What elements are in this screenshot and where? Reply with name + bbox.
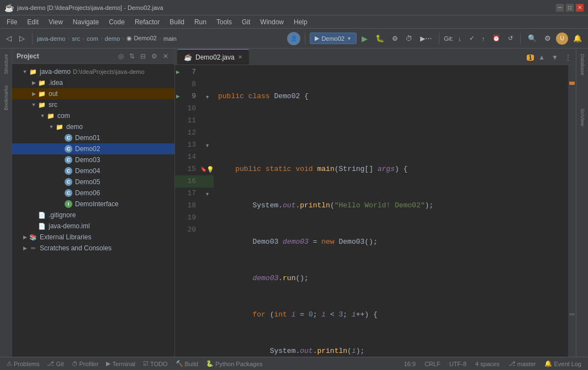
- search-everywhere-button[interactable]: 🔍: [525, 33, 539, 44]
- tree-item-demo[interactable]: ▼ 📁 demo: [12, 121, 174, 132]
- menu-build[interactable]: Build: [165, 17, 189, 27]
- tree-item-scratches[interactable]: ▶ ✏ Scratches and Consoles: [12, 243, 174, 254]
- bookmarks-tab[interactable]: Bookmarks: [1, 80, 11, 116]
- run-with-button[interactable]: ▶⋯: [417, 33, 435, 44]
- expand-warnings-button[interactable]: ▼: [549, 52, 560, 62]
- python-packages-status[interactable]: 🐍 Python Packages: [204, 360, 265, 367]
- tree-item-demo01[interactable]: C Demo01: [12, 132, 174, 143]
- tab-close-button[interactable]: ✕: [238, 54, 242, 60]
- tree-item-idea[interactable]: ▶ 📁 .idea: [12, 77, 174, 88]
- gutter-19: [200, 212, 214, 224]
- demo03-class-icon: C: [64, 155, 73, 164]
- run-configuration-selector[interactable]: ▶ Demo02 ▼: [310, 33, 357, 44]
- restore-button[interactable]: □: [566, 4, 574, 12]
- tree-label-demo03: Demo03: [75, 156, 100, 164]
- tree-item-gitignore[interactable]: 📄 .gitignore: [12, 210, 174, 221]
- tree-item-demo06[interactable]: C Demo06: [12, 187, 174, 199]
- panel-expand-button[interactable]: ⇅: [128, 52, 136, 61]
- tree-item-external-libs[interactable]: ▶ 📚 External Libraries: [12, 232, 174, 243]
- git-revert-button[interactable]: ↺: [505, 33, 516, 44]
- coverage-button[interactable]: ⚙: [389, 33, 401, 44]
- run-config-arrow: ▼: [347, 36, 352, 41]
- encoding[interactable]: UTF-8: [447, 361, 469, 367]
- panel-collapse-button[interactable]: ⊟: [139, 52, 147, 61]
- git-push-button[interactable]: ↑: [479, 34, 488, 44]
- menu-refactor[interactable]: Refactor: [130, 17, 164, 27]
- tree-item-src[interactable]: ▼ 📁 src: [12, 99, 174, 110]
- tree-item-demo02[interactable]: C Demo02: [12, 143, 174, 154]
- tree-item-demo05[interactable]: C Demo05: [12, 176, 174, 187]
- menu-edit[interactable]: Edit: [23, 17, 43, 27]
- build-status[interactable]: 🔨 Build: [173, 360, 200, 367]
- debug-button[interactable]: 🐛: [373, 33, 387, 44]
- menu-code[interactable]: Code: [104, 17, 129, 27]
- editor-settings-button[interactable]: ⋮: [563, 52, 574, 62]
- editor-scrollbar[interactable]: [568, 65, 576, 357]
- notifications-button[interactable]: 🔔: [570, 33, 585, 44]
- code-line-10: System.out.println("Hello World! Demo02"…: [218, 200, 568, 212]
- user-avatar-button[interactable]: 👤: [287, 32, 300, 45]
- todo-status[interactable]: ☑ TODO: [141, 360, 170, 367]
- minimize-button[interactable]: ─: [556, 4, 564, 12]
- indent[interactable]: 4 spaces: [473, 361, 502, 367]
- menu-tools[interactable]: Tools: [212, 17, 236, 27]
- editor-tab-bar: ☕ Demo02.java ✕ 1 ▲ ▼ ⋮: [175, 49, 576, 65]
- project-nav-forward[interactable]: ▷: [17, 33, 28, 44]
- menu-view[interactable]: View: [44, 17, 67, 27]
- menu-help[interactable]: Help: [289, 17, 312, 27]
- breadcrumb-demo[interactable]: demo: [105, 35, 120, 42]
- code-content[interactable]: public class Demo02 { public static void…: [214, 65, 568, 357]
- menu-git[interactable]: Git: [237, 17, 255, 27]
- breadcrumb-demo02[interactable]: ◉ Demo02: [126, 35, 157, 42]
- event-log-status[interactable]: 🔔 Event Log: [542, 360, 584, 367]
- git-history-button[interactable]: ⏰: [490, 33, 503, 44]
- project-nav-back[interactable]: ◁: [3, 33, 14, 44]
- idea-folder-icon: 📁: [38, 78, 46, 87]
- line-ending[interactable]: CRLF: [422, 361, 443, 367]
- panel-locate-button[interactable]: ◎: [116, 52, 125, 61]
- toolbar-separator-1: [32, 33, 33, 45]
- menu-window[interactable]: Window: [256, 17, 288, 27]
- problems-status[interactable]: ⚠ Problems: [4, 360, 41, 367]
- user-avatar[interactable]: U: [556, 33, 568, 45]
- sciview-tab[interactable]: SciView: [578, 103, 587, 132]
- database-tab[interactable]: Database: [578, 49, 587, 81]
- tree-item-java-demo[interactable]: ▼ 📁 java-demo D:\IdeaProjects\java-demo: [12, 66, 174, 77]
- tree-item-demointerface[interactable]: I DemoInterface: [12, 199, 174, 210]
- git-icon: ⎇: [47, 360, 54, 367]
- bulb-icon-15[interactable]: 💡: [206, 166, 214, 173]
- tree-item-iml[interactable]: 📄 java-demo.iml: [12, 221, 174, 232]
- collapse-warnings-button[interactable]: ▲: [536, 52, 547, 62]
- run-button[interactable]: ▶: [359, 33, 370, 45]
- breadcrumb-project[interactable]: java-demo: [37, 35, 65, 42]
- panel-close-button[interactable]: ✕: [161, 52, 170, 61]
- profiler-label: Profiler: [80, 361, 99, 367]
- tree-item-com[interactable]: ▼ 📁 com: [12, 110, 174, 121]
- build-label: Build: [185, 361, 198, 367]
- code-editor[interactable]: ▶ 7 8 ▶ 9 10 11 12 13 14 15 16 17 18 19 …: [175, 65, 576, 357]
- tree-item-demo04[interactable]: C Demo04: [12, 165, 174, 176]
- tree-item-out[interactable]: ▶ 📁 out: [12, 88, 174, 99]
- breadcrumb-main[interactable]: main: [163, 35, 177, 42]
- menu-navigate[interactable]: Navigate: [68, 17, 103, 27]
- tree-label-demo05: Demo05: [75, 178, 100, 186]
- profiler-status[interactable]: ⏱ Profiler: [70, 361, 101, 367]
- menu-run[interactable]: Run: [190, 17, 211, 27]
- menu-file[interactable]: File: [2, 17, 22, 27]
- settings-button[interactable]: ⚙: [542, 33, 554, 44]
- structure-tab[interactable]: Structure: [1, 49, 11, 80]
- git-commit-button[interactable]: ✓: [467, 33, 477, 44]
- vcs-branch[interactable]: ⎇ master: [506, 360, 538, 367]
- close-button[interactable]: ✕: [576, 4, 584, 12]
- todo-icon: ☑: [143, 360, 149, 367]
- profile-button[interactable]: ⏱: [403, 33, 415, 44]
- breadcrumb-src[interactable]: src: [72, 35, 80, 42]
- editor-tab-demo02[interactable]: ☕ Demo02.java ✕: [177, 49, 249, 65]
- cursor-position[interactable]: 16:9: [401, 361, 417, 367]
- panel-settings-button[interactable]: ⚙: [150, 52, 159, 61]
- terminal-status[interactable]: ▶ Terminal: [104, 360, 137, 367]
- tree-item-demo03[interactable]: C Demo03: [12, 154, 174, 165]
- breadcrumb-com[interactable]: com: [87, 35, 98, 42]
- git-update-button[interactable]: ↓: [455, 34, 464, 44]
- git-status[interactable]: ⎇ Git: [45, 360, 66, 367]
